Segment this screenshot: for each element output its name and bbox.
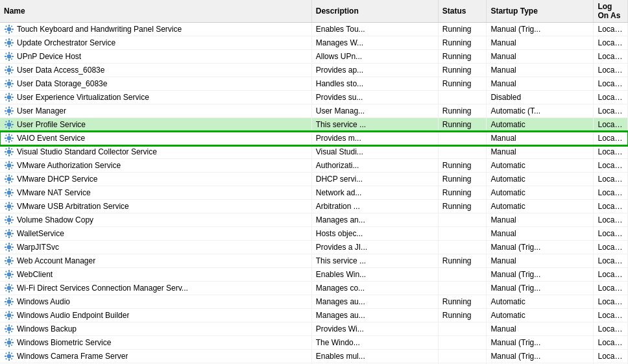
table-row[interactable]: UPnP Device HostAllows UPn...RunningManu… <box>0 50 628 64</box>
service-startup: Disabled <box>487 91 594 104</box>
service-name-cell: VMware USB Arbitration Service <box>0 200 311 213</box>
svg-rect-53 <box>11 93 13 95</box>
svg-rect-148 <box>12 247 14 248</box>
service-logon: Local Syste... <box>594 132 628 145</box>
table-row[interactable]: Web Account ManagerThis service ...Runni… <box>0 254 628 268</box>
services-container[interactable]: Name Description Status Startup Type Log… <box>0 0 628 364</box>
svg-rect-50 <box>5 93 7 95</box>
col-description[interactable]: Description <box>311 0 438 23</box>
table-row[interactable]: VMware USB Arbitration ServiceArbitratio… <box>0 200 628 213</box>
svg-rect-158 <box>5 257 7 259</box>
service-status <box>438 241 487 254</box>
service-startup: Automatic <box>487 118 594 132</box>
table-row[interactable]: Touch Keyboard and Handwriting Panel Ser… <box>0 23 628 36</box>
service-desc: Allows UPn... <box>311 50 438 64</box>
service-desc: Handles sto... <box>311 77 438 91</box>
service-desc: Provides ap... <box>311 64 438 77</box>
svg-rect-154 <box>8 256 10 258</box>
service-name-cell: User Data Storage_6083e <box>0 77 311 91</box>
table-row[interactable]: Wi-Fi Direct Services Connection Manager… <box>0 282 628 295</box>
table-row[interactable]: WarpJITSvcProvides a JI...Manual (Trig..… <box>0 241 628 254</box>
service-icon <box>4 242 14 252</box>
service-name-cell: User Experience Virtualization Service <box>0 91 311 104</box>
service-status: Running <box>438 23 487 36</box>
col-name[interactable]: Name <box>0 0 311 23</box>
svg-rect-212 <box>5 339 7 341</box>
col-status[interactable]: Status <box>438 0 487 23</box>
svg-rect-85 <box>12 151 14 152</box>
service-icon <box>4 256 14 266</box>
service-status: Running <box>438 200 487 213</box>
table-row[interactable]: Windows Biometric ServiceThe Windo...Man… <box>0 336 628 350</box>
svg-rect-65 <box>8 127 10 129</box>
table-row[interactable]: Visual Studio Standard Collector Service… <box>0 145 628 159</box>
table-row[interactable]: WebClientEnables Win...Manual (Trig...Lo… <box>0 268 628 282</box>
svg-rect-146 <box>8 250 10 252</box>
service-icon <box>4 228 14 239</box>
table-row[interactable]: Windows Audio Endpoint BuilderManages au… <box>0 309 628 322</box>
svg-rect-119 <box>8 209 10 211</box>
svg-rect-164 <box>8 277 10 279</box>
service-name-label: User Profile Service <box>17 120 86 129</box>
svg-rect-17 <box>11 39 13 41</box>
svg-rect-30 <box>5 69 6 71</box>
service-startup: Automatic <box>487 173 594 186</box>
table-row[interactable]: VAIO Event ServiceProvides m...ManualLoc… <box>0 132 628 145</box>
svg-point-90 <box>7 164 11 167</box>
svg-rect-149 <box>5 243 7 245</box>
svg-rect-31 <box>12 69 14 71</box>
svg-rect-124 <box>5 208 7 210</box>
service-status: Running <box>438 159 487 173</box>
service-startup: Manual (Trig... <box>487 241 594 254</box>
service-status <box>438 91 487 104</box>
col-logon[interactable]: Log On As <box>594 0 628 23</box>
svg-point-72 <box>7 136 11 140</box>
service-desc: Authorizati... <box>311 159 438 173</box>
table-row[interactable]: Windows BackupProvides Wi...ManualLocal … <box>0 322 628 336</box>
service-name-label: Visual Studio Standard Collector Service <box>17 147 157 156</box>
svg-rect-107 <box>11 175 13 177</box>
service-icon <box>4 269 14 280</box>
service-name-cell: WarpJITSvc <box>0 241 311 254</box>
table-row[interactable]: WalletServiceHosts objec...ManualLocal S… <box>0 227 628 241</box>
table-row[interactable]: VMware NAT ServiceNetwork ad...RunningAu… <box>0 186 628 200</box>
service-logon: Local Syste... <box>594 104 628 118</box>
table-row[interactable]: User Data Access_6083eProvides ap...Runn… <box>0 64 628 77</box>
svg-rect-23 <box>5 53 7 55</box>
table-row[interactable]: Update Orchestrator ServiceManages W...R… <box>0 36 628 50</box>
svg-rect-202 <box>12 328 14 330</box>
service-icon <box>4 92 14 103</box>
table-row[interactable]: VMware Authorization ServiceAuthorizati.… <box>0 159 628 173</box>
service-name-label: Web Account Manager <box>17 256 95 265</box>
service-startup: Automatic <box>487 295 594 309</box>
svg-rect-16 <box>5 45 7 47</box>
svg-rect-28 <box>8 66 10 67</box>
table-row[interactable]: Windows AudioManages au...RunningAutomat… <box>0 295 628 309</box>
table-row[interactable]: User Profile ServiceThis service ...Runn… <box>0 118 628 132</box>
table-row[interactable]: VMware DHCP ServiceDHCP servi...RunningA… <box>0 173 628 186</box>
service-startup: Manual <box>487 64 594 77</box>
service-name-label: VMware DHCP Service <box>17 175 97 184</box>
service-logon: Local Syste... <box>594 145 628 159</box>
col-startup[interactable]: Startup Type <box>487 0 594 23</box>
svg-rect-205 <box>5 331 7 333</box>
svg-rect-218 <box>8 359 10 361</box>
table-row[interactable]: Windows Camera Frame ServerEnables mul..… <box>0 350 628 363</box>
svg-rect-221 <box>5 352 7 354</box>
svg-rect-143 <box>11 230 13 232</box>
table-row[interactable]: Volume Shadow CopyManages an...ManualLoc… <box>0 213 628 227</box>
table-row[interactable]: User Data Storage_6083eHandles sto...Run… <box>0 77 628 91</box>
svg-rect-182 <box>8 304 10 306</box>
service-name-label: Update Orchestrator Service <box>17 38 115 47</box>
svg-rect-34 <box>5 72 7 74</box>
svg-rect-26 <box>11 53 13 55</box>
table-row[interactable]: User Experience Virtualization ServicePr… <box>0 91 628 104</box>
svg-rect-223 <box>5 358 7 360</box>
svg-rect-116 <box>11 189 13 191</box>
service-name-cell: VAIO Event Service <box>0 132 311 145</box>
svg-rect-2 <box>8 32 10 34</box>
svg-rect-141 <box>11 236 13 237</box>
svg-rect-185 <box>5 298 7 300</box>
service-status: Running <box>438 118 487 132</box>
table-row[interactable]: User ManagerUser Manag...RunningAutomati… <box>0 104 628 118</box>
